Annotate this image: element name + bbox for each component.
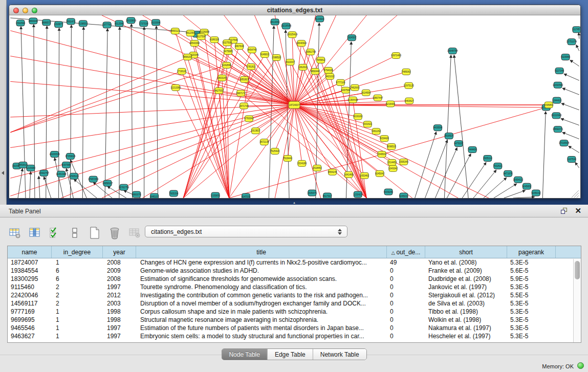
left-dock-strip[interactable] (0, 0, 7, 205)
network-node[interactable]: 8186328 (210, 37, 219, 43)
network-node[interactable]: 8245042 (375, 170, 384, 177)
network-node[interactable]: 9463627 (405, 98, 414, 104)
tab-node-table[interactable]: Node Table (222, 349, 268, 360)
network-node[interactable]: 9245032 (531, 190, 540, 196)
network-node[interactable]: 1518453 (313, 165, 322, 171)
table-row[interactable]: 969969511998Structural magnetic resonanc… (8, 316, 581, 324)
network-node[interactable]: 17359026 (65, 153, 76, 159)
table-row[interactable]: 1456911722003Disruption of a novel membe… (8, 299, 581, 308)
vertical-scrollbar[interactable] (573, 259, 581, 342)
network-node[interactable]: 19218586 (281, 23, 292, 29)
network-node[interactable]: 6497568 (341, 87, 351, 93)
network-node[interactable]: 16782759 (119, 184, 129, 190)
network-node[interactable]: 1549532 (377, 151, 386, 158)
network-node[interactable]: 9245032 (399, 193, 408, 198)
network-node[interactable]: 3475685 (224, 49, 233, 55)
network-node[interactable]: 1117457 (572, 27, 580, 33)
select-column-icon[interactable] (28, 226, 41, 239)
network-node[interactable]: 9329966 (561, 54, 570, 60)
network-node[interactable]: 8134904 (315, 16, 324, 22)
network-node[interactable]: 11451944 (56, 171, 67, 177)
select-rows-icon[interactable] (48, 226, 61, 239)
network-node[interactable]: 9327508 (223, 40, 232, 46)
network-node[interactable]: 17016504 (559, 140, 570, 146)
network-node[interactable]: 1737039 (139, 20, 148, 27)
network-node[interactable]: 9154426 (380, 136, 389, 142)
network-node[interactable]: 8427552 (214, 87, 224, 94)
float-panel-icon[interactable] (561, 208, 568, 214)
table-row[interactable]: 1938455462009Genome-wide association stu… (8, 267, 581, 275)
network-node[interactable]: 8471676 (504, 170, 513, 177)
network-node[interactable]: 16961758 (306, 49, 316, 55)
network-node[interactable]: 8813054 (270, 19, 279, 25)
network-node[interactable]: 9554245 (328, 169, 337, 175)
network-node[interactable]: 12505115 (69, 173, 79, 179)
network-node[interactable]: 2803144 (217, 75, 227, 81)
table-row[interactable]: 946554611997Estimation of the future num… (8, 324, 581, 332)
network-node[interactable]: 12975125 (404, 82, 415, 89)
network-node[interactable]: 1977764 (102, 22, 112, 28)
tab-network-table[interactable]: Network Table (313, 349, 366, 360)
network-node[interactable]: 7955812 (316, 57, 325, 63)
network-node[interactable]: 17957253 (88, 176, 99, 182)
network-node[interactable]: 9096515 (387, 144, 396, 150)
network-node[interactable]: 6216406 (386, 101, 395, 107)
network-node[interactable]: 7632621 (493, 163, 503, 169)
network-node[interactable]: 10654112 (513, 177, 524, 183)
network-graph[interactable]: 1591594886694698865721316877789147121985… (9, 15, 580, 198)
network-window[interactable]: citations_edges.txt 15915948866946988657… (9, 5, 581, 199)
network-node[interactable]: 1913827 (251, 128, 260, 134)
network-node[interactable]: 3672135 (259, 139, 269, 145)
network-node[interactable]: 1781811 (247, 63, 256, 70)
network-node[interactable]: 1591594 (16, 20, 25, 26)
network-node[interactable]: 9890448 (311, 68, 320, 74)
network-node[interactable]: 1049342 (388, 165, 398, 171)
resize-grip-icon[interactable] (572, 190, 579, 198)
network-node[interactable]: 1230427 (353, 191, 362, 198)
network-node[interactable]: 1961262 (372, 128, 381, 135)
column-header-short[interactable]: short (425, 246, 507, 258)
column-header-out_degree[interactable]: △out_de... (387, 246, 425, 258)
dock-grip-icon[interactable] (2, 171, 4, 175)
network-node[interactable]: 9777169 (336, 79, 345, 85)
panel-splitter-handle[interactable]: ▴ (292, 201, 297, 204)
network-node[interactable]: 2718120 (177, 68, 186, 74)
network-node[interactable]: 15692071 (553, 126, 563, 133)
table-row[interactable]: 946362711997Embryonic stem cells: a mode… (8, 332, 581, 340)
network-node[interactable]: 8617917 (323, 193, 332, 198)
column-header-in_degree[interactable]: in_degree (52, 246, 103, 258)
network-node[interactable]: 1167534 (567, 156, 576, 162)
network-node[interactable]: 2671738 (239, 103, 249, 109)
tab-edge-table[interactable]: Edge Table (268, 349, 313, 360)
network-node[interactable]: 7625424 (270, 148, 279, 155)
row-height-icon[interactable] (68, 226, 81, 239)
network-node[interactable]: 7485063 (402, 69, 411, 75)
network-node[interactable]: 8912954 (186, 30, 195, 36)
column-header-year[interactable]: year (103, 246, 136, 258)
network-node[interactable]: 2867608 (235, 43, 244, 50)
network-node[interactable]: 16543382 (189, 40, 200, 47)
table-row[interactable]: 2242004622012Investigating the contribut… (8, 291, 581, 299)
close-panel-icon[interactable]: ✕ (575, 206, 581, 215)
network-node[interactable]: 1534189 (297, 160, 307, 166)
network-node[interactable]: 1316877 (54, 21, 63, 28)
network-node[interactable]: 1601621 (363, 121, 372, 127)
network-node[interactable]: 18325419 (287, 32, 298, 38)
new-table-icon[interactable] (88, 226, 101, 239)
network-node[interactable]: 9242848 (222, 62, 231, 68)
network-node[interactable]: 9147031 (242, 193, 251, 198)
network-node[interactable]: 7619441 (283, 155, 292, 161)
table-row[interactable]: 977716911998Corpus callosum shape and si… (8, 308, 581, 316)
network-node[interactable]: 6794028 (324, 67, 333, 73)
network-node[interactable]: 16210643 (551, 113, 562, 119)
delete-trash-icon[interactable] (108, 226, 121, 239)
network-node[interactable]: 6479197 (454, 141, 463, 147)
network-node[interactable]: 1588520 (272, 55, 281, 61)
network-node[interactable]: 8660123 (170, 28, 180, 34)
table-row[interactable]: 1830029562008Estimation of significance … (8, 275, 581, 283)
network-node[interactable]: 8216160 (353, 114, 362, 120)
network-node[interactable]: 12093582 (553, 82, 563, 88)
network-node[interactable]: 1335855 (211, 192, 220, 198)
network-node[interactable]: 10807447 (373, 95, 383, 101)
network-node[interactable]: 3024554 (361, 90, 371, 96)
